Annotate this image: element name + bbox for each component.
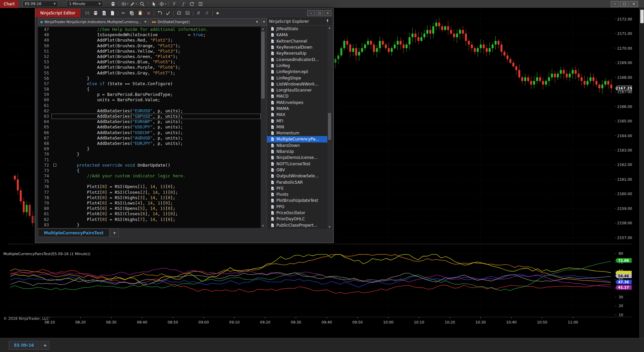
interval-selector[interactable]: 1 Minute ▼ [67,1,103,7]
code-line-69[interactable]: 69 } [38,146,261,152]
explorer-item-listwindowsnwork-[interactable]: ListWindowsNWork... [267,81,328,87]
code-line-61[interactable]: 61 [38,103,261,108]
code-line-56[interactable]: 56 } [38,76,261,81]
explorer-item-jtrealstats[interactable]: JtRealStats [267,26,328,32]
print-preview-icon[interactable] [100,10,108,16]
code-line-47[interactable]: 47 //See Help Guide for additional infor… [38,27,261,32]
pin-icon[interactable] [325,19,330,24]
code-editor[interactable]: 47 //See Help Guide for additional infor… [38,27,261,228]
scrollbar-thumb[interactable] [640,10,644,23]
editor-titlebar[interactable]: NinjaScript Editor ✂×////▶ −□× [35,9,333,17]
explorer-item-linreg[interactable]: LinReg [267,63,328,69]
code-line-50[interactable]: 50 AddPlot(Brushes.Orange, "Plot2"); [38,43,261,49]
explorer-item-keyreversaldown[interactable]: KeyReversalDown [267,44,328,50]
minimize-button[interactable]: − [307,10,315,16]
code-line-49[interactable]: 49 AddPlot(Brushes.Red, "Plot1"); [38,38,261,43]
tab-es-09-16[interactable]: ES 09-16 [9,341,39,350]
code-scrollbar[interactable]: ▲ ▼ [261,27,265,228]
scroll-up-icon[interactable]: ▲ [261,27,265,31]
explorer-item-ppo[interactable]: PPO [267,204,328,210]
code-line-78[interactable]: 78 Plot3[0] = RSI(Highs[3], 14, 1)[0]; [38,195,261,200]
code-line-57[interactable]: 57 else if (State == State.Configure) [38,81,261,86]
code-line-81[interactable]: 81 Plot6[0] = RSI(Closes[6], 14, 1)[0]; [38,211,261,217]
explorer-item-linregslope[interactable]: LinRegSlope [267,75,328,81]
explorer-item-keltnerchannel[interactable]: KeltnerChannel [267,38,328,44]
code-line-79[interactable]: 79 Plot4[0] = RSI(Lows[4], 14, 1)[0]; [38,200,261,206]
code-line-48[interactable]: 48 IsSuspendedWhileInactive = true; [38,32,261,38]
tab-multiplecurrencypairstest[interactable]: MultipleCurrencyPairsTest [38,229,109,237]
explorer-item-licensedindicatord-[interactable]: LicensedIndicatorD... [267,56,328,62]
code-line-71[interactable]: 71 [38,157,261,163]
explorer-item-pivots[interactable]: Pivots [267,191,328,197]
code-line-72[interactable]: 72 protected override void OnBarUpdate() [38,163,261,168]
code-line-77[interactable]: 77 Plot2[0] = RSI(Closes[2], 14, 1)[0]; [38,190,261,195]
code-line-52[interactable]: 52 AddPlot(Brushes.Green, "Plot4"); [38,54,261,59]
code-line-82[interactable]: 82 Plot7[0] = RSI(Highs[7], 14, 1)[0]; [38,217,261,222]
explorer-item-pfe[interactable]: PFE [267,185,328,191]
close-button[interactable]: × [630,1,638,7]
explorer-item-nbarsdown[interactable]: NBarsDown [267,142,328,149]
explorer-item-obv[interactable]: OBV [267,167,328,173]
new-tab-button[interactable]: + [110,229,119,237]
explorer-item-multiplecurrencypa-[interactable]: MultipleCurrencyPa... [267,136,328,142]
scrollbar-thumb[interactable] [261,32,265,99]
drawing-tools-icon[interactable]: ▾ [129,1,138,7]
time-axis[interactable]: 08:1008:2008:3008:4008:5009:0009:1009:20… [45,317,578,325]
reload-icon[interactable] [188,1,196,7]
explorer-item-priceoscillator[interactable]: PriceOscillator [267,210,328,216]
code-line-54[interactable]: 54 AddPlot(Brushes.Purple, "Plot6"); [38,65,261,70]
instrument-selector[interactable]: ES 09-16 ▼ [22,1,58,7]
code-line-63[interactable]: 63 AddDataSeries("GBPUSD", p, units); [38,114,261,119]
comment-icon[interactable]: // [195,10,203,16]
code-line-65[interactable]: 65 AddDataSeries("USDJPY", p, units); [38,124,261,130]
code-line-83[interactable]: 83 } [38,222,261,228]
new-chart-tab-button[interactable]: + [41,341,49,350]
data-series-icon[interactable] [197,1,205,7]
explorer-item-linregintercept[interactable]: LinRegIntercept [267,69,328,75]
scrollbar-thumb[interactable] [328,113,331,140]
explorer-item-nbarsup[interactable]: NBarsUp [267,149,328,155]
code-line-75[interactable]: 75 [38,179,261,184]
explorer-item-priordayohlc[interactable]: PriorDayOHLC [267,216,328,222]
indicators-icon[interactable]: ƒ [179,1,187,7]
scroll-down-icon[interactable]: ▼ [327,225,332,229]
code-line-60[interactable]: 60 units = BarsPeriod.Value; [38,97,261,103]
close-button[interactable]: × [324,10,331,16]
code-line-53[interactable]: 53 AddPlot(Brushes.Blue, "Plot5"); [38,59,261,65]
code-line-74[interactable]: 74 //Add your custom indicator logic her… [38,173,261,179]
type-selector[interactable]: ■ NinjaTrader.NinjaScript.Indicators.Mul… [38,18,149,25]
explorer-item-min[interactable]: MIN [267,124,328,130]
code-line-76[interactable]: 76 Plot1[0] = RSI(Opens[1], 14, 1)[0]; [38,184,261,189]
run-icon[interactable]: ▶ [214,10,222,16]
explorer-item-macd[interactable]: MACD [267,93,328,99]
code-line-68[interactable]: 68 AddDataSeries("EURJPY", p, units); [38,141,261,146]
explorer-item-publicclasspropert-[interactable]: PublicClassPropert... [267,222,328,228]
vertical-scrollbar[interactable] [639,8,644,338]
restore-button[interactable]: □ [620,1,629,7]
explorer-item-parabolicsar[interactable]: ParabolicSAR [267,179,328,185]
code-line-73[interactable]: 73 { [38,168,261,173]
scroll-down-icon[interactable]: ▼ [261,224,265,228]
chart-trader-icon[interactable]: F [170,1,178,7]
explorer-item-mama[interactable]: MAMA [267,106,328,112]
cursor-icon[interactable] [150,1,158,7]
delete-icon[interactable]: × [145,10,153,16]
code-line-62[interactable]: 62 AddDataSeries("EURUSD", p, units); [38,108,261,114]
page-setup-icon[interactable] [108,10,116,16]
explorer-item-momentum[interactable]: Momentum [267,130,328,136]
price-axis[interactable]: 2172.002171.002170.002169.002168.002167.… [615,17,632,240]
uncomment-icon[interactable]: // [203,10,211,16]
copy-icon[interactable] [128,10,136,16]
explorer-item-noftlicensetest[interactable]: NOFTLicenseTest [267,161,328,167]
code-line-51[interactable]: 51 AddPlot(Brushes.Yellow, "Plot3"); [38,49,261,54]
restore-button[interactable]: □ [316,10,323,16]
code-line-64[interactable]: 64 AddDataSeries("EURGBP", p, units); [38,119,261,124]
undo-icon[interactable] [156,10,164,16]
explorer-item-mfi[interactable]: MFI [267,118,328,124]
member-selector[interactable]: ◆◆ OnStateChange() ▼ [150,18,260,25]
code-line-80[interactable]: 80 Plot5[0] = RSI(Opens[5], 14, 1)[0]; [38,206,261,211]
print-icon[interactable] [109,1,117,7]
explorer-item-keyreversalup[interactable]: KeyReversalUp [267,50,328,56]
code-line-70[interactable]: 70 } [38,152,261,157]
crosshair-icon[interactable]: ▾ [159,1,167,7]
